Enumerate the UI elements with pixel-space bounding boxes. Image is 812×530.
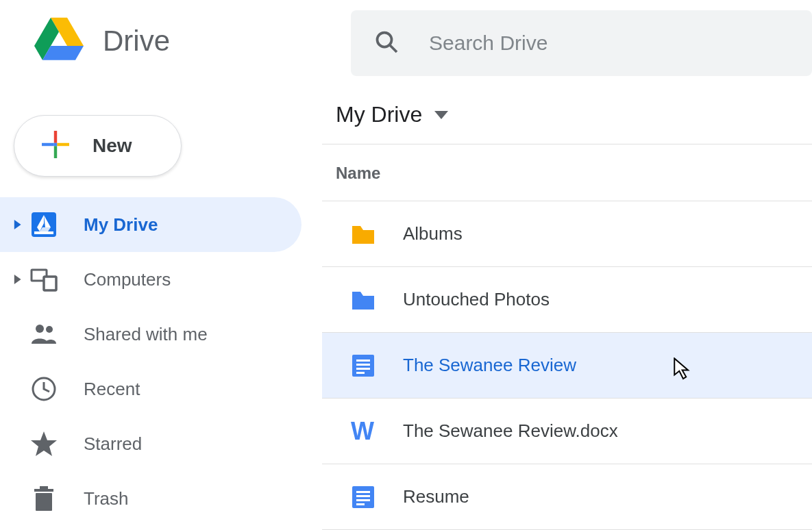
trash-icon	[30, 485, 84, 512]
recent-icon	[30, 375, 84, 403]
file-row[interactable]: The Sewanee Review	[322, 333, 812, 399]
sidebar-item-label: Recent	[84, 379, 322, 400]
app-name: Drive	[103, 25, 170, 58]
sidebar: Drive New My DriveComputersShared with m…	[0, 0, 322, 530]
sidebar-item-label: Trash	[84, 488, 322, 509]
breadcrumb-label: My Drive	[336, 102, 422, 127]
svg-rect-25	[356, 491, 370, 493]
starred-icon	[30, 430, 84, 457]
svg-point-10	[36, 325, 44, 333]
file-name: Resume	[403, 486, 469, 507]
new-button[interactable]: New	[14, 115, 182, 177]
svg-rect-3	[57, 143, 69, 146]
gdoc-icon	[349, 352, 403, 379]
svg-rect-1	[54, 146, 57, 158]
shared-icon	[30, 320, 84, 348]
expand-triangle-icon[interactable]	[10, 275, 25, 284]
drive-logo-icon	[34, 15, 84, 67]
file-row[interactable]: Resume	[322, 464, 812, 530]
file-name: Untouched Photos	[403, 289, 550, 310]
sidebar-item-label: Shared with me	[84, 324, 322, 345]
svg-point-16	[378, 33, 392, 47]
file-row[interactable]: WThe Sewanee Review.docx	[322, 399, 812, 464]
file-list: AlbumsUntouched PhotosThe Sewanee Review…	[322, 201, 812, 530]
svg-rect-0	[54, 131, 57, 143]
dropdown-caret-icon	[422, 102, 448, 127]
svg-rect-6	[34, 231, 53, 234]
svg-rect-15	[40, 486, 48, 489]
file-row[interactable]: Albums	[322, 201, 812, 267]
sidebar-item-recent[interactable]: Recent	[0, 362, 322, 416]
svg-rect-21	[356, 368, 370, 370]
computers-icon	[30, 266, 84, 293]
nav-list: My DriveComputersShared with meRecentSta…	[0, 197, 322, 526]
search-bar[interactable]	[351, 10, 812, 76]
file-name: Albums	[403, 223, 463, 244]
search-input[interactable]	[429, 31, 772, 55]
svg-rect-4	[54, 143, 57, 146]
drive-icon	[30, 211, 84, 238]
sidebar-item-drive[interactable]: My Drive	[0, 197, 302, 252]
sidebar-item-starred[interactable]: Starred	[0, 416, 322, 471]
new-button-label: New	[93, 135, 132, 157]
sidebar-item-shared[interactable]: Shared with me	[0, 307, 322, 362]
logo-area[interactable]: Drive	[0, 15, 322, 67]
svg-text:W: W	[351, 418, 374, 445]
main-area: My Drive Name AlbumsUntouched PhotosThe …	[322, 0, 812, 530]
folder-icon	[349, 220, 403, 248]
sidebar-item-computers[interactable]: Computers	[0, 252, 322, 307]
svg-rect-19	[356, 359, 370, 362]
svg-rect-8	[44, 277, 56, 290]
svg-rect-13	[36, 493, 52, 511]
svg-point-11	[46, 326, 53, 333]
gdoc-icon	[349, 483, 403, 511]
sidebar-item-label: My Drive	[84, 214, 302, 236]
word-icon: W	[349, 418, 403, 445]
svg-rect-28	[356, 503, 365, 505]
file-name: The Sewanee Review.docx	[403, 420, 618, 442]
sidebar-item-label: Computers	[84, 269, 322, 290]
svg-rect-2	[42, 143, 54, 146]
expand-triangle-icon[interactable]	[10, 220, 25, 229]
search-icon	[374, 29, 399, 57]
sidebar-item-label: Starred	[84, 433, 322, 455]
svg-line-17	[390, 45, 397, 53]
column-header-name[interactable]: Name	[322, 144, 812, 201]
svg-rect-26	[356, 495, 370, 497]
plus-icon	[42, 131, 69, 161]
svg-rect-22	[356, 372, 365, 374]
svg-rect-20	[356, 364, 370, 366]
sidebar-item-trash[interactable]: Trash	[0, 471, 322, 526]
folder-icon	[349, 286, 403, 314]
file-name: The Sewanee Review	[403, 355, 576, 376]
svg-rect-14	[34, 489, 53, 492]
breadcrumb[interactable]: My Drive	[322, 102, 812, 127]
file-row[interactable]: Untouched Photos	[322, 267, 812, 333]
svg-rect-27	[356, 499, 370, 501]
